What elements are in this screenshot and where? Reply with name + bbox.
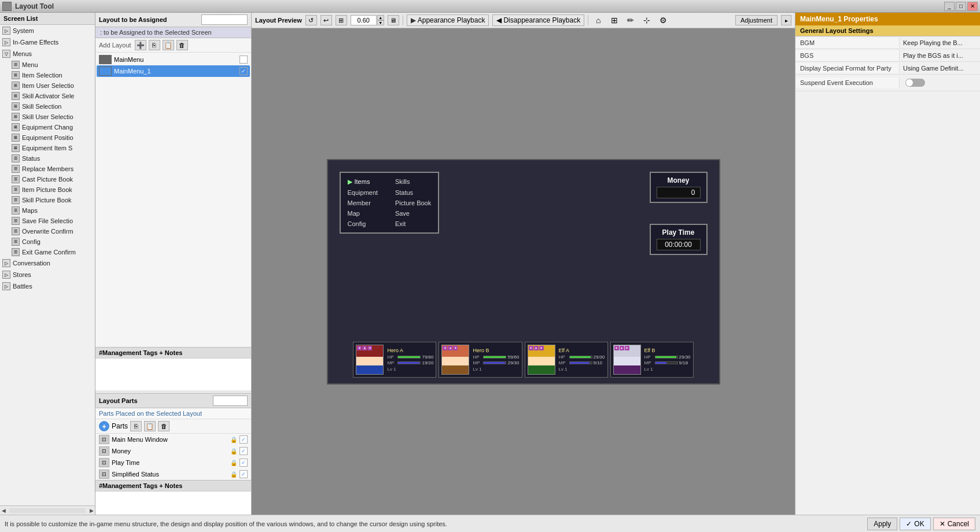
expand-btn[interactable]: ▸ bbox=[781, 15, 791, 25]
sidebar-item-replace-members[interactable]: ☰ Replace Members bbox=[0, 164, 95, 174]
delete-part-button[interactable]: 🗑 bbox=[158, 421, 170, 431]
fit-btn[interactable]: ⊞ bbox=[336, 15, 347, 25]
sidebar-item-menu[interactable]: ☰ Menu bbox=[0, 60, 95, 70]
sidebar-item-overwrite-confirm[interactable]: ☰ Overwrite Confirm bbox=[0, 226, 95, 237]
part-checkbox[interactable]: ✓ bbox=[240, 459, 248, 467]
sidebar-item-item-selection[interactable]: ⊞ Item Selection bbox=[0, 70, 95, 80]
sidebar-item-skill-selection[interactable]: ⊞ Skill Selection bbox=[0, 101, 95, 112]
bgm-value[interactable]: Keep Playing the B... bbox=[900, 38, 980, 48]
display-format-value[interactable]: Using Game Definit... bbox=[900, 63, 980, 73]
menu-item-member[interactable]: Member bbox=[348, 199, 384, 207]
sidebar-item-skill-activator[interactable]: ⊞ Skill Activator Sele bbox=[0, 91, 95, 101]
menu-item-skills[interactable]: Skills bbox=[395, 178, 431, 186]
sidebar-item-equipment-position[interactable]: ⊠ Equipment Positio bbox=[0, 132, 95, 143]
parts-search-input[interactable] bbox=[213, 396, 248, 406]
sidebar-item-item-user[interactable]: ⊞ Item User Selectio bbox=[0, 80, 95, 91]
sidebar-item-ingame-effects[interactable]: ▷ In-Game Effects bbox=[0, 36, 95, 48]
grid-icon-btn[interactable]: ⊞ bbox=[608, 15, 621, 25]
add-parts-button[interactable]: + bbox=[99, 421, 109, 431]
sidebar-item-conversation[interactable]: ▷ Conversation bbox=[0, 257, 95, 269]
sidebar-item-config[interactable]: ☰ Config bbox=[0, 237, 95, 247]
status-icon-1a: ✦ bbox=[357, 346, 362, 350]
menu-item-save[interactable]: Save bbox=[395, 209, 431, 217]
minimize-button[interactable]: _ bbox=[944, 2, 955, 11]
sidebar-item-menus[interactable]: ▽ Menus bbox=[0, 48, 95, 60]
home-icon-btn[interactable]: ⌂ bbox=[592, 15, 605, 25]
toggle-switch[interactable] bbox=[905, 79, 925, 87]
layout-item-mainmenu1[interactable]: MainMenu_1 ✓ bbox=[97, 65, 250, 77]
bgs-value[interactable]: Play the BGS as it i... bbox=[900, 50, 980, 61]
member-avatar-2: ✦ ♦ ✦ bbox=[441, 345, 469, 375]
refresh-btn[interactable]: ↺ bbox=[305, 15, 317, 25]
folder-icon: ▷ bbox=[2, 38, 10, 46]
menu-item-equipment[interactable]: Equipment bbox=[348, 189, 384, 197]
copy-layout-button[interactable]: ⎘ bbox=[149, 40, 160, 50]
lp-item-money[interactable]: ⊡ Money 🔒 ✓ bbox=[95, 445, 251, 457]
mgmt-body-2[interactable] bbox=[95, 492, 251, 515]
maximize-button[interactable]: □ bbox=[956, 2, 966, 11]
paste-part-button[interactable]: 📋 bbox=[144, 421, 156, 431]
layout-item-checkbox-checked[interactable]: ✓ bbox=[240, 67, 248, 75]
scroll-right-arrow[interactable]: ▶ bbox=[88, 506, 95, 515]
suspend-event-value[interactable] bbox=[900, 75, 980, 91]
zoom-up[interactable]: ▲ bbox=[377, 15, 384, 20]
sidebar-item-system[interactable]: ▷ System bbox=[0, 25, 95, 36]
layout-search-input[interactable] bbox=[201, 14, 248, 25]
bgm-row: BGM Keep Playing the B... bbox=[795, 36, 980, 49]
sidebar-item-equipment-change[interactable]: ⊠ Equipment Chang bbox=[0, 122, 95, 132]
sidebar-item-save-file[interactable]: ☰ Save File Selectio bbox=[0, 216, 95, 226]
sidebar-item-battles[interactable]: ▷ Battles bbox=[0, 280, 95, 292]
part-checkbox[interactable]: ✓ bbox=[240, 435, 248, 444]
close-button[interactable]: ✕ bbox=[967, 2, 978, 11]
sidebar-item-equipment-item[interactable]: ⊠ Equipment Item S bbox=[0, 143, 95, 153]
add-layout-button[interactable]: ➕ bbox=[135, 40, 146, 50]
member-name-1: Hero A bbox=[387, 348, 433, 353]
scroll-track[interactable] bbox=[9, 508, 86, 513]
sidebar-item-skill-picture-book[interactable]: ☰ Skill Picture Book bbox=[0, 195, 95, 205]
zoom-input[interactable] bbox=[351, 15, 377, 25]
appearance-label: Appearance Playback bbox=[418, 16, 485, 24]
add-layout-label: Add Layout bbox=[99, 42, 131, 49]
cursor-icon-btn[interactable]: ⊹ bbox=[640, 15, 653, 25]
screen-btn[interactable]: 🖥 bbox=[388, 15, 399, 25]
eyedropper-icon-btn[interactable]: ✏ bbox=[624, 15, 637, 25]
main-menu-window: ▶Items Skills Equipment Status Member Pi… bbox=[340, 172, 440, 234]
delete-layout-button[interactable]: 🗑 bbox=[176, 40, 188, 50]
menu-item-items[interactable]: ▶Items bbox=[348, 178, 384, 186]
layout-sub-header: : to be Assigned to the Selected Screen bbox=[95, 27, 251, 38]
money-label: Money bbox=[657, 176, 701, 184]
scroll-left-arrow[interactable]: ◀ bbox=[0, 506, 7, 515]
sidebar-item-maps[interactable]: ☰ Maps bbox=[0, 205, 95, 216]
undo-btn[interactable]: ↩ bbox=[320, 15, 332, 25]
zoom-down[interactable]: ▼ bbox=[377, 20, 384, 25]
adjustment-btn[interactable]: Adjustment bbox=[735, 15, 778, 25]
menu-item-config[interactable]: Config bbox=[348, 220, 384, 228]
menu-item-status[interactable]: Status bbox=[395, 189, 431, 197]
member-info-4: Elf B HP 29/30 MP 9/18 Lv 1 bbox=[644, 348, 691, 372]
lp-item-main-menu-window[interactable]: ⊡ Main Menu Window 🔒 ✓ bbox=[95, 434, 251, 445]
paste-layout-button[interactable]: 📋 bbox=[163, 40, 174, 50]
layout-item-checkbox[interactable] bbox=[240, 56, 248, 64]
settings-icon-btn[interactable]: ⚙ bbox=[657, 15, 669, 25]
sidebar-item-skill-user[interactable]: ⊞ Skill User Selectio bbox=[0, 112, 95, 122]
appearance-playback-btn[interactable]: ▶ Appearance Playback bbox=[407, 14, 489, 26]
sidebar-item-cast-picture-book[interactable]: ☰ Cast Picture Book bbox=[0, 174, 95, 184]
part-checkbox[interactable]: ✓ bbox=[240, 470, 248, 478]
apply-button[interactable]: Apply bbox=[867, 518, 897, 530]
menu-item-exit[interactable]: Exit bbox=[395, 220, 431, 228]
lp-item-simplified-status[interactable]: ⊡ Simplified Status 🔒 ✓ bbox=[95, 468, 251, 480]
sidebar-item-item-picture-book[interactable]: ☰ Item Picture Book bbox=[0, 184, 95, 195]
disappearance-playback-btn[interactable]: ◀ Disappearance Playback bbox=[492, 14, 584, 26]
lp-item-play-time[interactable]: ⊡ Play Time 🔒 ✓ bbox=[95, 457, 251, 468]
cancel-button[interactable]: ✕ Cancel bbox=[933, 518, 975, 530]
layout-item-mainmenu[interactable]: MainMenu bbox=[97, 54, 250, 65]
sidebar-item-stores[interactable]: ▷ Stores bbox=[0, 269, 95, 280]
part-checkbox[interactable]: ✓ bbox=[240, 447, 248, 455]
sidebar-item-status[interactable]: ☰ Status bbox=[0, 153, 95, 164]
menu-item-map[interactable]: Map bbox=[348, 209, 384, 217]
sidebar-item-exit-confirm[interactable]: ☰ Exit Game Confirm bbox=[0, 247, 95, 257]
mgmt-body-1[interactable] bbox=[95, 359, 251, 390]
copy-part-button[interactable]: ⎘ bbox=[130, 421, 142, 431]
ok-button[interactable]: ✓ OK bbox=[900, 518, 930, 530]
menu-item-picture-book[interactable]: Picture Book bbox=[395, 199, 431, 207]
